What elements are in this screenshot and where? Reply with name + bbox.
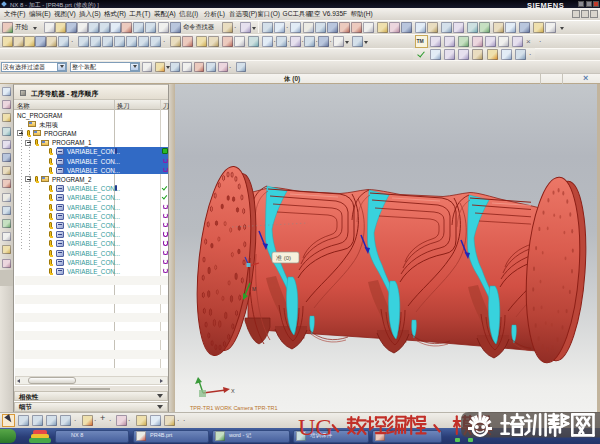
svg-text:UG: UG bbox=[298, 414, 333, 440]
